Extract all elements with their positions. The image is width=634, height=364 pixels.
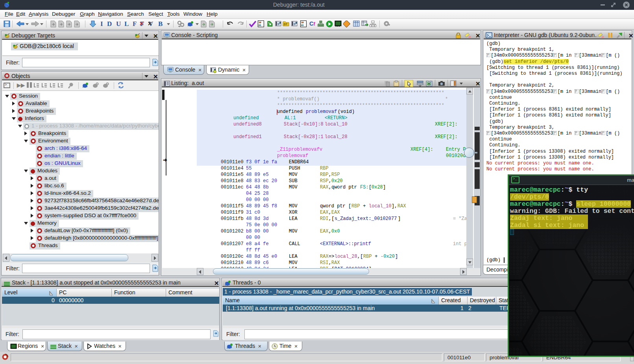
svg-text:10: 10 — [301, 21, 304, 24]
svg-text:10: 10 — [259, 21, 261, 24]
svg-text:DT: DT — [284, 23, 288, 26]
svg-text:01: 01 — [259, 24, 261, 26]
svg-text:01: 01 — [301, 24, 304, 26]
